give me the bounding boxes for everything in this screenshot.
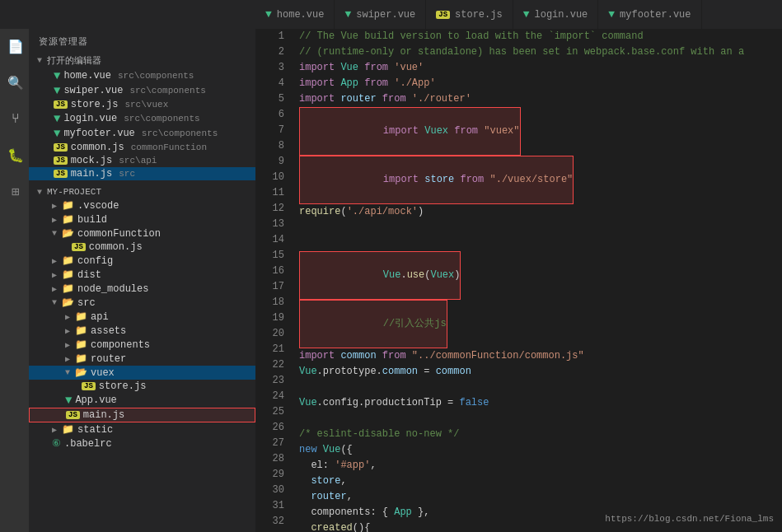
code-line-2: // (runtime-only or standalone) has been… — [299, 44, 782, 60]
filename: store.js — [71, 99, 119, 110]
code-line-6: import Vuex from "vuex" — [299, 107, 782, 156]
code-line-5: import router from './router' — [299, 91, 782, 107]
sidebar-item-mock-js[interactable]: JS mock.js src\api — [29, 154, 255, 167]
code-line-14: Vue.prototype.common = common — [299, 364, 782, 380]
tab-label: store.js — [455, 9, 503, 21]
item-name: common.js — [89, 241, 143, 253]
code-line-1: // The Vue build version to load with th… — [299, 29, 782, 44]
sidebar-item-home-vue[interactable]: ▼ home.vue src\components — [29, 68, 255, 83]
sidebar-item-main-js[interactable]: JS main.js src — [29, 167, 255, 180]
config-icon: ⑥ — [52, 437, 61, 450]
filename: main.js — [71, 168, 112, 180]
tree-config[interactable]: ▶ 📁 config — [29, 254, 255, 268]
item-name: assets — [91, 325, 126, 337]
tree-src[interactable]: ▼ 📂 src — [29, 296, 255, 310]
tab-login-vue[interactable]: ▼ login.vue — [513, 0, 599, 29]
sidebar-header: 资源管理器 — [29, 29, 255, 51]
debug-icon[interactable]: 🐛 — [3, 144, 26, 167]
js-icon: JS — [54, 170, 68, 178]
filepath: src\components — [118, 71, 194, 81]
open-editors-label: 打开的编辑器 — [47, 54, 101, 67]
sidebar-item-common-js[interactable]: JS common.js commonFunction — [29, 141, 255, 154]
chevron-right-icon: ▶ — [52, 215, 57, 225]
js-icon: JS — [54, 143, 68, 152]
filename: myfooter.vue — [63, 128, 134, 139]
tab-bar: ▼ home.vue ▼ swiper.vue JS store.js ▼ lo… — [0, 0, 782, 29]
source-control-icon[interactable]: ⑂ — [3, 108, 26, 131]
filename: mock.js — [71, 155, 112, 166]
tree-commonfunction[interactable]: ▼ 📂 commonFunction — [29, 226, 255, 240]
chevron-right-icon: ▶ — [65, 312, 70, 322]
activity-bar: 📄 🔍 ⑂ 🐛 ⊞ — [0, 29, 29, 532]
files-icon[interactable]: 📄 — [3, 35, 26, 58]
code-line-4: import App from './App' — [299, 76, 782, 91]
tree-static[interactable]: ▶ 📁 static — [29, 422, 255, 436]
tree-babelrc[interactable]: ⑥ .babelrc — [29, 436, 255, 450]
filepath: src\components — [124, 114, 199, 124]
tree-store-js[interactable]: JS store.js — [29, 380, 255, 393]
tab-store-js[interactable]: JS store.js — [426, 0, 513, 29]
code-editor[interactable]: // The Vue build version to load with th… — [293, 29, 782, 532]
tree-vuex[interactable]: ▼ 📂 vuex — [29, 366, 255, 380]
project-label: MY-PROJECT — [47, 187, 101, 197]
tab-home-vue[interactable]: ▼ home.vue — [255, 0, 335, 29]
chevron-right-icon: ▶ — [52, 425, 57, 435]
filepath: src\components — [129, 86, 205, 96]
tree-app-vue[interactable]: ▼ App.vue — [29, 393, 255, 408]
tree-node-modules[interactable]: ▶ 📁 node_modules — [29, 282, 255, 296]
filename: swiper.vue — [63, 85, 123, 96]
item-name: api — [91, 311, 109, 323]
folder-icon: 📁 — [75, 310, 87, 323]
sidebar-item-swiper-vue[interactable]: ▼ swiper.vue src\components — [29, 83, 255, 98]
open-editors-section[interactable]: ▼ 打开的编辑器 — [29, 51, 255, 68]
sidebar-item-myfooter-vue[interactable]: ▼ myfooter.vue src\components — [29, 126, 255, 141]
tab-myfooter-vue[interactable]: ▼ myfooter.vue — [598, 0, 701, 29]
item-name: node_modules — [77, 283, 148, 295]
filename: common.js — [71, 142, 124, 153]
js-icon: JS — [54, 156, 68, 165]
item-name: .babelrc — [64, 438, 112, 450]
folder-icon: 📂 — [62, 296, 74, 309]
vue-icon: ▼ — [54, 112, 60, 125]
code-line-15 — [299, 380, 782, 395]
tree-common-js[interactable]: JS common.js — [29, 240, 255, 254]
folder-icon: 📁 — [62, 282, 74, 295]
code-line-21: store, — [299, 474, 782, 489]
vue-icon: ▼ — [65, 394, 72, 407]
extensions-icon[interactable]: ⊞ — [3, 180, 26, 203]
project-section[interactable]: ▼ MY-PROJECT — [29, 184, 255, 198]
chevron-right-icon: ▶ — [65, 340, 70, 350]
folder-icon: 📁 — [62, 213, 74, 226]
vue-icon: ▼ — [265, 8, 272, 21]
tab-swiper-vue[interactable]: ▼ swiper.vue — [335, 0, 426, 29]
filepath: commonFunction — [131, 142, 207, 152]
item-name: router — [91, 353, 126, 365]
item-name: .vscode — [77, 200, 119, 212]
vue-icon: ▼ — [608, 8, 615, 21]
tree-components[interactable]: ▶ 📁 components — [29, 338, 255, 352]
tree-main-js[interactable]: JS main.js — [29, 408, 255, 422]
tree-build[interactable]: ▶ 📁 build — [29, 212, 255, 226]
chevron-right-icon: ▶ — [65, 326, 70, 336]
chevron-icon: ▼ — [37, 56, 42, 65]
tree-router[interactable]: ▶ 📁 router — [29, 352, 255, 366]
tab-label: swiper.vue — [356, 9, 415, 21]
tree-dist[interactable]: ▶ 📁 dist — [29, 268, 255, 282]
watermark: https://blog.csdn.net/Fiona_lms — [605, 514, 774, 524]
editor-area: 12345 678910 1112131415 1617181920 21222… — [255, 29, 782, 532]
search-icon[interactable]: 🔍 — [3, 72, 26, 95]
code-line-18: /* eslint-disable no-new */ — [299, 427, 782, 442]
sidebar-item-store-js[interactable]: JS store.js src\vuex — [29, 98, 255, 111]
js-icon: JS — [54, 100, 68, 109]
code-line-8: require('./api/mock') — [299, 204, 782, 220]
tree-vscode[interactable]: ▶ 📁 .vscode — [29, 198, 255, 212]
tree-api[interactable]: ▶ 📁 api — [29, 310, 255, 324]
vue-icon: ▼ — [54, 127, 60, 140]
chevron-down-icon: ▼ — [65, 368, 70, 377]
folder-icon: 📁 — [62, 268, 74, 281]
js-icon: JS — [72, 243, 86, 251]
tree-assets[interactable]: ▶ 📁 assets — [29, 324, 255, 338]
sidebar-item-login-vue[interactable]: ▼ login.vue src\components — [29, 111, 255, 126]
code-line-16: Vue.config.productionTip = false — [299, 395, 782, 411]
tab-label: myfooter.vue — [620, 9, 691, 21]
